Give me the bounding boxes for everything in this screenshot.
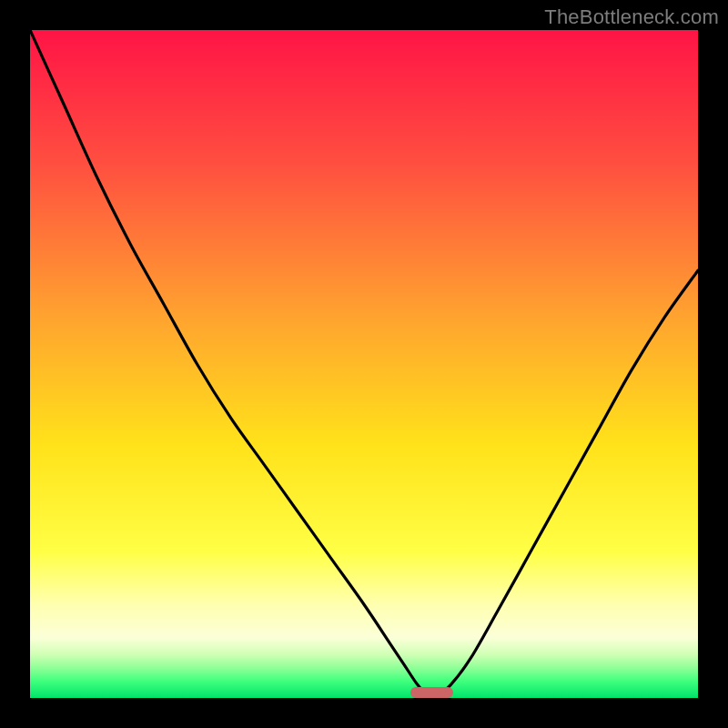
optimal-marker	[410, 687, 453, 698]
plot-area	[30, 30, 698, 698]
chart-frame: TheBottleneck.com	[0, 0, 728, 728]
bottleneck-curve	[30, 30, 698, 698]
watermark-label: TheBottleneck.com	[544, 5, 719, 29]
